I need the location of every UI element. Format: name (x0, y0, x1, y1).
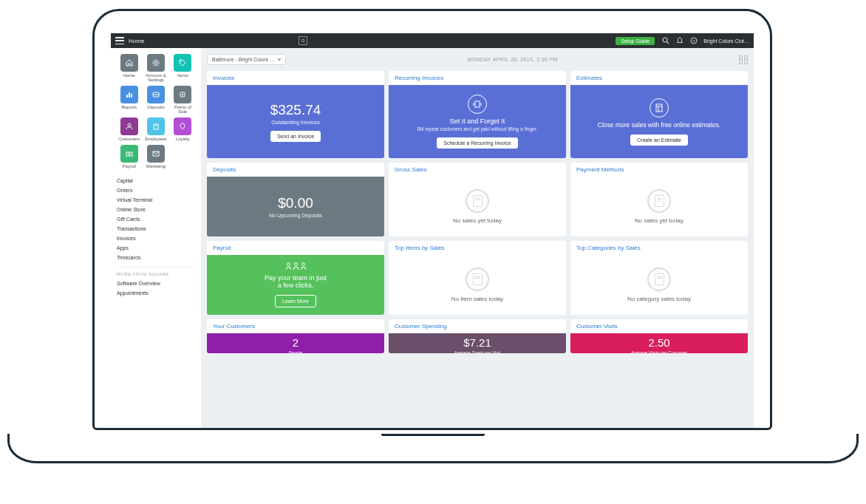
nav-marketing[interactable]: Marketing (143, 145, 168, 168)
card-title[interactable]: Top Categories by Sales (570, 241, 748, 255)
card-title[interactable]: Gross Sales (389, 163, 566, 177)
visits-sub: Average Visits per Customer (631, 350, 687, 353)
nav-reports[interactable]: Reports (117, 86, 141, 114)
invoices-amount: $325.74 (270, 102, 321, 118)
empty-doc-icon (466, 189, 489, 213)
nav-deposits[interactable]: Deposits (143, 86, 168, 114)
sidebar-link-virtual-terminal[interactable]: Virtual Terminal (117, 195, 195, 205)
svg-rect-12 (182, 94, 183, 95)
setup-guide-button[interactable]: Setup Guide (616, 37, 655, 45)
notification-icon[interactable] (675, 37, 683, 45)
help-icon[interactable]: ? (689, 37, 698, 45)
recurring-icon (468, 95, 487, 114)
svg-point-0 (663, 38, 667, 42)
create-estimate-button[interactable]: Create an Estimate (630, 134, 688, 146)
card-gross-sales: Gross Sales No sales yet today (389, 163, 566, 236)
date-display: MONDAY APRIL 20, 2015, 3:30 PM (467, 57, 558, 62)
nav-items[interactable]: Items (171, 54, 195, 82)
sidebar-link-online-store[interactable]: Online Store (117, 205, 195, 214)
svg-point-5 (181, 61, 183, 62)
sidebar-link-transactions[interactable]: Transactions (117, 224, 195, 234)
svg-rect-7 (129, 92, 130, 98)
nav-settings[interactable]: Account & Settings (143, 54, 168, 82)
learn-more-button[interactable]: Learn More (275, 295, 316, 307)
sidebar: Home Account & Settings Items Reports De… (111, 48, 201, 428)
nav-payroll[interactable]: Payroll (117, 145, 141, 168)
card-title[interactable]: Payroll (207, 241, 384, 255)
empty-text: No sales yet today (453, 217, 502, 224)
card-deposits: Deposits $0.00 No Upcoming Deposits (207, 163, 384, 236)
recurring-headline: Set It and Forget It (450, 118, 505, 125)
visits-value: 2.50 (648, 336, 669, 349)
menu-icon[interactable] (115, 37, 124, 44)
sidebar-link-gift-cards[interactable]: Gift Cards (117, 214, 195, 224)
svg-point-13 (128, 123, 131, 126)
spending-value: $7.21 (463, 336, 491, 349)
nav-employees[interactable]: Employees (143, 118, 168, 141)
card-customer-visits: Customer Visits 2.50 Average Visits per … (570, 319, 748, 353)
estimates-headline: Close more sales with free online estima… (598, 121, 720, 129)
svg-line-1 (666, 42, 669, 44)
card-payment-methods: Payment Methods No sales yet today (570, 163, 748, 236)
payroll-headline: Pay your team in just (265, 274, 327, 282)
square-logo-icon (299, 36, 307, 45)
more-from-square-heading: MORE FROM SQUARE (117, 267, 195, 279)
topbar: Home Setup Guide ? Bright Colors Clot… (111, 33, 754, 48)
home-label[interactable]: Home (129, 38, 144, 44)
empty-doc-icon (647, 189, 671, 213)
nav-pos[interactable]: Points of Sale (171, 86, 195, 114)
layout-grid-icon[interactable] (739, 55, 748, 64)
card-title[interactable]: Estimates (570, 71, 748, 85)
card-top-categories: Top Categories by Sales No category sale… (570, 241, 748, 315)
sidebar-link-timecards[interactable]: Timecards (117, 253, 195, 262)
svg-text:?: ? (692, 39, 695, 44)
nav-loyalty[interactable]: Loyalty (171, 118, 195, 141)
customers-value: 2 (293, 336, 299, 349)
svg-rect-19 (475, 101, 480, 107)
card-your-customers: Your Customers 2 People (207, 319, 384, 353)
card-customer-spending: Customer Spending $7.21 Average Spent pe… (389, 319, 566, 353)
main-content: Baltimore - Bright Colors … MONDAY APRIL… (201, 48, 754, 428)
svg-point-4 (154, 61, 157, 64)
payroll-headline2: a few clicks. (278, 282, 314, 289)
nav-customers[interactable]: Customers (117, 118, 141, 141)
svg-point-15 (155, 125, 157, 126)
svg-rect-20 (656, 104, 662, 112)
sidebar-link-appointments[interactable]: Appointments (117, 288, 195, 298)
schedule-recurring-button[interactable]: Schedule a Recurring Invoice (437, 137, 517, 149)
card-title[interactable]: Customer Spending (389, 319, 566, 333)
location-select[interactable]: Baltimore - Bright Colors … (207, 54, 286, 65)
card-title[interactable]: Payment Methods (570, 163, 748, 177)
svg-rect-8 (131, 94, 132, 98)
card-title[interactable]: Your Customers (207, 319, 384, 333)
sidebar-link-software-overview[interactable]: Software Overview (117, 279, 195, 288)
empty-text: No sales yet today (635, 217, 683, 224)
empty-text: No category sales today (627, 296, 691, 302)
estimate-icon (650, 98, 669, 118)
svg-point-17 (128, 153, 130, 155)
sidebar-link-orders[interactable]: Orders (117, 185, 195, 195)
recurring-sub: Bill repeat customers and get paid witho… (417, 126, 538, 132)
svg-rect-6 (126, 95, 128, 98)
empty-text: No item sales today (451, 296, 503, 302)
empty-doc-icon (647, 268, 671, 291)
card-title[interactable]: Invoices (207, 71, 384, 85)
nav-home[interactable]: Home (117, 54, 141, 82)
spending-sub: Average Spent per Visit (454, 350, 501, 353)
card-title[interactable]: Deposits (207, 163, 384, 177)
empty-doc-icon (466, 268, 489, 291)
card-estimates: Estimates Close more sales with free onl… (570, 71, 748, 158)
card-payroll: Payroll Pay your team in just a few clic… (207, 241, 384, 315)
card-title[interactable]: Top Items by Sales (389, 241, 566, 255)
card-title[interactable]: Recurring Invoices (389, 71, 566, 85)
send-invoice-button[interactable]: Send an Invoice (270, 131, 321, 142)
sidebar-link-apps[interactable]: Apps (117, 243, 195, 253)
sidebar-link-invoices[interactable]: Invoices (117, 234, 195, 243)
search-icon[interactable] (661, 37, 669, 45)
sidebar-link-capital[interactable]: Capital (117, 176, 195, 185)
customers-sub: People (289, 350, 303, 353)
card-title[interactable]: Customer Visits (570, 319, 748, 333)
store-name[interactable]: Bright Colors Clot… (703, 38, 749, 44)
card-recurring-invoices: Recurring Invoices Set It and Forget It … (389, 71, 566, 158)
card-invoices: Invoices $325.74 Outstanding Invoices Se… (207, 71, 384, 158)
